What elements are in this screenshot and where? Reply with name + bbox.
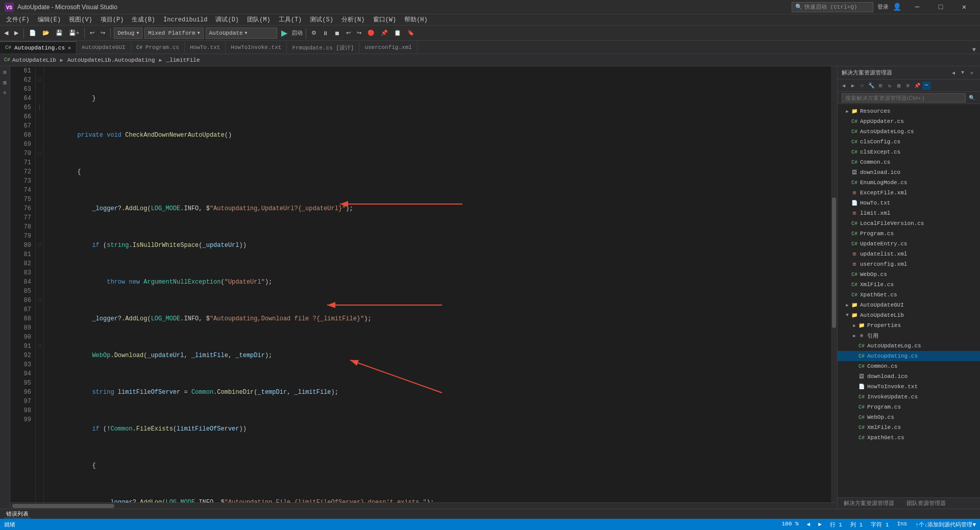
tree-downloadico[interactable]: 🖼 download.ico: [838, 167, 980, 178]
tab-userconfig[interactable]: userconfig.xml: [359, 41, 417, 54]
tab-howto[interactable]: HowTo.txt: [185, 41, 226, 54]
fold-62[interactable]: □: [36, 75, 43, 85]
tree-properties[interactable]: ▶ 📁 Properties: [838, 320, 980, 331]
tree-xpathget2[interactable]: C# XpathGet.cs: [838, 433, 980, 443]
tree-localfileversion[interactable]: C# LocalFileVersion.cs: [838, 218, 980, 229]
sol-tb-forward[interactable]: ▶: [849, 82, 857, 90]
sol-tb-pin[interactable]: 📌: [913, 82, 921, 90]
toolbar-debug6[interactable]: 📌: [379, 28, 390, 39]
solution-explorer-tree[interactable]: ▶ 📁 Resources C# AppUpdater.cs C# AutoUp…: [838, 104, 980, 497]
sol-tb-collapse[interactable]: ▤: [895, 82, 903, 90]
quick-launch-placeholder[interactable]: 快速启动 (Ctrl+Q): [804, 3, 857, 11]
code-content[interactable]: } private void CheckAndDownNewerAutoUpda…: [44, 66, 831, 502]
tree-common[interactable]: C# Common.cs: [838, 157, 980, 167]
horizontal-scroll-thumb[interactable]: [12, 504, 114, 508]
tree-program2[interactable]: C# Program.cs: [838, 402, 980, 412]
menu-file[interactable]: 文件(F): [2, 14, 34, 25]
close-button[interactable]: ✕: [952, 0, 976, 14]
error-list-tab[interactable]: 错误列表: [4, 510, 31, 518]
tree-xmlfile2[interactable]: C# XmlFile.cs: [838, 422, 980, 433]
sol-tb-back[interactable]: ◀: [840, 82, 848, 90]
tree-program-root[interactable]: C# Program.cs: [838, 229, 980, 239]
menu-edit[interactable]: 编辑(E): [34, 14, 65, 25]
solution-search-icon[interactable]: 🔍: [968, 94, 976, 102]
menu-view[interactable]: 视图(V): [65, 14, 96, 25]
menu-team[interactable]: 团队(M): [243, 14, 275, 25]
toolbar-breakpoints[interactable]: 🔴: [365, 28, 377, 39]
tab-autoupdategui[interactable]: AutoUpdateGUI: [77, 41, 131, 54]
bottom-tab-team[interactable]: 团队资源管理器: [904, 499, 948, 507]
sol-close-icon[interactable]: ✕: [968, 69, 976, 77]
sol-tb-show-all[interactable]: ⊞: [876, 82, 885, 90]
menu-project[interactable]: 项目(P): [96, 14, 128, 25]
status-zoom-minus[interactable]: ◀: [807, 521, 811, 528]
status-right-text[interactable]: ↑个↓添加到源代码管理▼: [915, 521, 976, 528]
sol-tb-home[interactable]: ⌂: [858, 82, 866, 90]
tree-arrow-ref[interactable]: ▶: [851, 333, 858, 339]
tree-arrow-autoupdategui[interactable]: ▶: [844, 302, 851, 308]
tab-autoupdating[interactable]: C# Autoupdating.cs ✕: [0, 41, 77, 54]
menu-analyze[interactable]: 分析(N): [337, 14, 369, 25]
tree-limitxml[interactable]: ⊞ limit.xml: [838, 208, 980, 218]
debug-mode-dropdown[interactable]: Debug ▼: [114, 28, 142, 39]
toolbar-debug4[interactable]: ↩: [344, 28, 353, 39]
toolbar-debug7[interactable]: 📋: [392, 28, 403, 39]
tree-howtoinvoke[interactable]: 📄 HowToInvoke.txt: [838, 382, 980, 392]
fold-65[interactable]: │: [36, 103, 43, 112]
solution-search-input[interactable]: [842, 93, 966, 103]
tree-updateentry[interactable]: C# UpdateEntry.cs: [838, 239, 980, 249]
sol-dropdown-icon[interactable]: ▼: [959, 69, 967, 77]
toolbar-open[interactable]: 📂: [40, 28, 52, 39]
tree-xpathget-root[interactable]: C# XpathGet.cs: [838, 290, 980, 300]
status-zoom-plus[interactable]: ▶: [818, 521, 822, 528]
tree-autoupdatelib-folder[interactable]: ▼ 📁 AutoUpdateLib: [838, 310, 980, 320]
toolbar-debug8[interactable]: 🔖: [405, 28, 416, 39]
sidebar-server-icon[interactable]: ▤: [1, 79, 9, 87]
tree-downloadico2[interactable]: 🖼 download.ico: [838, 371, 980, 382]
platform-dropdown[interactable]: Mixed Platform ▼: [144, 28, 203, 39]
start-label[interactable]: 启动: [291, 29, 303, 37]
sol-tb-properties[interactable]: 🔧: [867, 82, 875, 90]
toolbar-back[interactable]: ◀: [2, 28, 10, 39]
project-dropdown[interactable]: AutoUpdate ▼: [206, 28, 277, 39]
tree-autoupdatelog2[interactable]: C# AutoUpdateLog.cs: [838, 341, 980, 351]
fold-91[interactable]: □: [36, 342, 43, 351]
tree-ref[interactable]: ▶ ⊕ 引用: [838, 331, 980, 341]
menu-debug[interactable]: 调试(D): [211, 14, 243, 25]
tree-howto[interactable]: 📄 HowTo.txt: [838, 198, 980, 208]
user-icon[interactable]: 👤: [893, 3, 901, 11]
tree-arrow-autoupdatelib[interactable]: ▼: [844, 313, 851, 318]
tree-autoupdating-file[interactable]: C# Autoupdating.cs: [838, 351, 980, 361]
toolbar-debug5[interactable]: ↪: [355, 28, 363, 39]
tab-howtoinvoke[interactable]: HowToInvoke.txt: [226, 41, 287, 54]
tree-invokeupdate[interactable]: C# InvokeUpdate.cs: [838, 392, 980, 402]
fold-86[interactable]: □: [36, 296, 43, 305]
sol-tb-minus[interactable]: ─: [922, 82, 930, 90]
bottom-tab-solution[interactable]: 解决方案资源管理器: [842, 499, 896, 507]
sub-tab-class[interactable]: AutoUpdateLib.Autoupdating: [67, 57, 155, 63]
tree-clsconfig[interactable]: C# clsConfig.cs: [838, 137, 980, 147]
code-container[interactable]: 61 62 63 64 65 66 67 68 69 70 71 72 73 7…: [10, 66, 837, 502]
toolbar-debug2[interactable]: ⏸: [321, 28, 330, 39]
toolbar-undo[interactable]: ↩: [88, 28, 96, 39]
start-button[interactable]: ▶: [279, 28, 289, 38]
tree-webop-root[interactable]: C# WebOp.cs: [838, 269, 980, 280]
tree-arrow-resources[interactable]: ▶: [844, 109, 851, 114]
menu-help[interactable]: 帮助(H): [400, 14, 432, 25]
toolbar-debug1[interactable]: ⚙: [309, 28, 318, 39]
sol-tb-settings[interactable]: ⚙: [904, 82, 912, 90]
menu-build[interactable]: 生成(B): [128, 14, 159, 25]
tab-frmupdate[interactable]: FrmUpdate.cs [设计]: [287, 41, 359, 54]
tree-webop2[interactable]: C# WebOp.cs: [838, 412, 980, 422]
sol-pin-icon[interactable]: ◀: [949, 69, 958, 77]
tree-arrow-properties[interactable]: ▶: [851, 323, 858, 329]
toolbar-redo[interactable]: ↪: [99, 28, 107, 39]
vertical-scrollbar[interactable]: [831, 66, 837, 502]
tree-clsexcept[interactable]: C# clsExcept.cs: [838, 147, 980, 157]
toolbar-forward[interactable]: ▶: [12, 28, 20, 39]
tree-userconfig-root[interactable]: ⊞ userconfig.xml: [838, 259, 980, 269]
sol-tb-refresh[interactable]: ↻: [886, 82, 894, 90]
minimize-button[interactable]: ─: [905, 0, 929, 14]
tree-autoupdatelog[interactable]: C# AutoUpdateLog.cs: [838, 127, 980, 137]
toolbar-save[interactable]: 💾: [54, 28, 65, 39]
